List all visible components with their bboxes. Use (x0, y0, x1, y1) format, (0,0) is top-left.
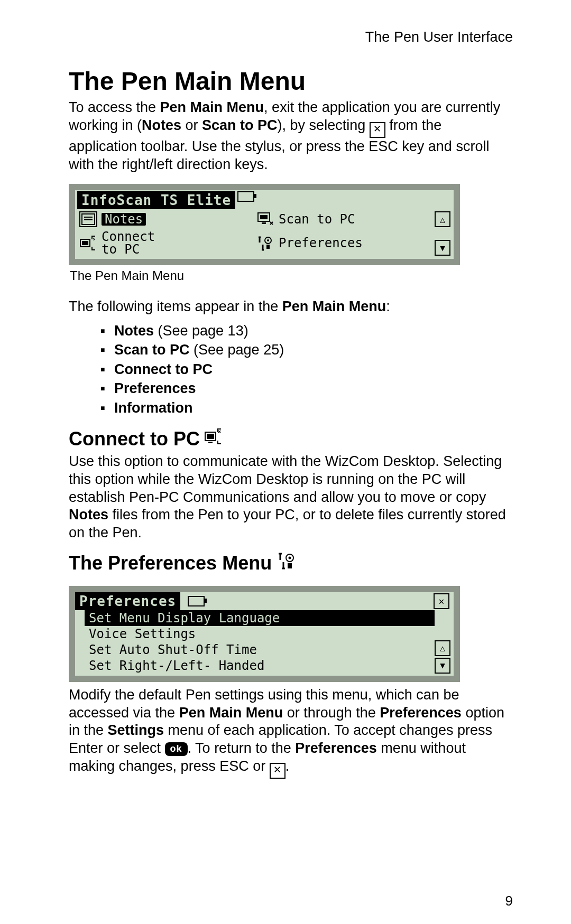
svg-rect-8 (82, 241, 88, 245)
text-bold: Preferences (380, 705, 462, 721)
scroll-up-icon: △ (435, 211, 450, 227)
menu-label: Connectto PC (102, 230, 155, 256)
text: or through the (283, 705, 380, 721)
list-item-bold: Information (114, 400, 193, 416)
text: : (386, 298, 390, 314)
menu-item-preferences: Preferences (256, 230, 434, 256)
menu-label: Scan to PC (279, 213, 355, 226)
close-icon: ✕ (434, 593, 449, 609)
ok-icon: ok (165, 742, 188, 756)
menu-label: Preferences (279, 237, 363, 249)
preferences-list-item: Set Right-/Left- Handed (85, 658, 435, 674)
text: files from the Pen to your PC, or to del… (69, 507, 506, 540)
preferences-list: Set Menu Display LanguageVoice SettingsS… (75, 610, 435, 676)
text: . To return to the (188, 740, 296, 756)
lcd-title: Preferences (75, 592, 180, 610)
lcd-title: InfoScan TS Elite (77, 191, 235, 209)
text: Use this option to communicate with the … (69, 453, 502, 505)
menu-item-scan-to-pc: Scan to PC (256, 211, 434, 227)
preferences-list-item: Set Menu Display Language (85, 610, 435, 626)
text: To access the (69, 99, 160, 115)
battery-icon (237, 191, 254, 202)
list-item: Connect to PC (100, 360, 513, 379)
text-bold: Settings (108, 722, 164, 738)
connect-icon (79, 235, 97, 251)
battery-icon (188, 596, 205, 606)
menu-items-list: Notes (See page 13)Scan to PC (See page … (69, 321, 513, 417)
heading-text: Connect to PC (69, 428, 200, 450)
text: ), by selecting (278, 117, 370, 133)
preferences-icon (276, 552, 295, 575)
monitor-icon (256, 211, 274, 227)
menu-label: Notes (102, 213, 146, 226)
close-icon: ✕ (370, 122, 385, 138)
text: or (181, 117, 202, 133)
text: . (286, 758, 290, 774)
svg-point-10 (267, 239, 269, 241)
text-bold: Pen Main Menu (179, 705, 283, 721)
text-bold: Scan to PC (202, 117, 278, 133)
svg-rect-11 (266, 245, 270, 249)
running-header: The Pen User Interface (69, 29, 513, 45)
section-heading-preferences: The Preferences Menu (69, 552, 513, 575)
list-item: Notes (See page 13) (100, 321, 513, 340)
preferences-screenshot: Preferences ✕ Set Menu Display LanguageV… (69, 586, 460, 682)
list-item-rest: (See page 13) (154, 323, 248, 339)
svg-rect-13 (207, 434, 214, 439)
menu-item-connect-to-pc: Connectto PC (79, 230, 256, 256)
page-number: 9 (505, 893, 513, 909)
figure-caption: The Pen Main Menu (70, 268, 513, 283)
svg-rect-17 (288, 563, 292, 568)
svg-point-16 (289, 556, 291, 559)
text-bold: Notes (69, 507, 108, 522)
preferences-list-item: Voice Settings (85, 626, 435, 642)
connect-paragraph: Use this option to communicate with the … (69, 453, 513, 542)
list-item: Scan to PC (See page 25) (100, 340, 513, 359)
list-item-bold: Preferences (114, 380, 196, 396)
scroll-up-icon: △ (435, 640, 450, 656)
text-bold: Pen Main Menu (160, 99, 264, 115)
main-menu-screenshot: InfoScan TS Elite Notes Scan to PC △ ▼ (69, 184, 460, 265)
list-item-rest: (See page 25) (190, 342, 284, 358)
list-item-bold: Notes (114, 323, 154, 339)
preferences-paragraph: Modify the default Pen settings using th… (69, 686, 513, 779)
text-bold: Pen Main Menu (282, 298, 386, 314)
list-item-bold: Scan to PC (114, 342, 190, 358)
list-item: Preferences (100, 379, 513, 398)
close-icon: ✕ (270, 763, 286, 779)
svg-rect-6 (262, 222, 266, 224)
scroll-down-icon: ▼ (435, 658, 450, 674)
text: The following items appear in the (69, 298, 282, 314)
svg-rect-5 (260, 215, 268, 219)
text-bold: Notes (142, 117, 181, 133)
connect-icon (204, 427, 223, 451)
svg-rect-14 (208, 442, 213, 443)
list-item: Information (100, 398, 513, 417)
text-bold: Preferences (295, 740, 377, 756)
preferences-icon (256, 235, 274, 251)
page-title: The Pen Main Menu (69, 67, 513, 96)
menu-item-notes: Notes (79, 211, 256, 227)
preferences-list-item: Set Auto Shut-Off Time (85, 642, 435, 658)
heading-text: The Preferences Menu (69, 552, 272, 574)
section-heading-connect: Connect to PC (69, 427, 513, 451)
mid-paragraph: The following items appear in the Pen Ma… (69, 298, 513, 316)
intro-paragraph: To access the Pen Main Menu, exit the ap… (69, 99, 513, 173)
scroll-down-icon: ▼ (435, 240, 450, 256)
notes-icon (79, 211, 97, 227)
list-item-bold: Connect to PC (114, 361, 213, 377)
